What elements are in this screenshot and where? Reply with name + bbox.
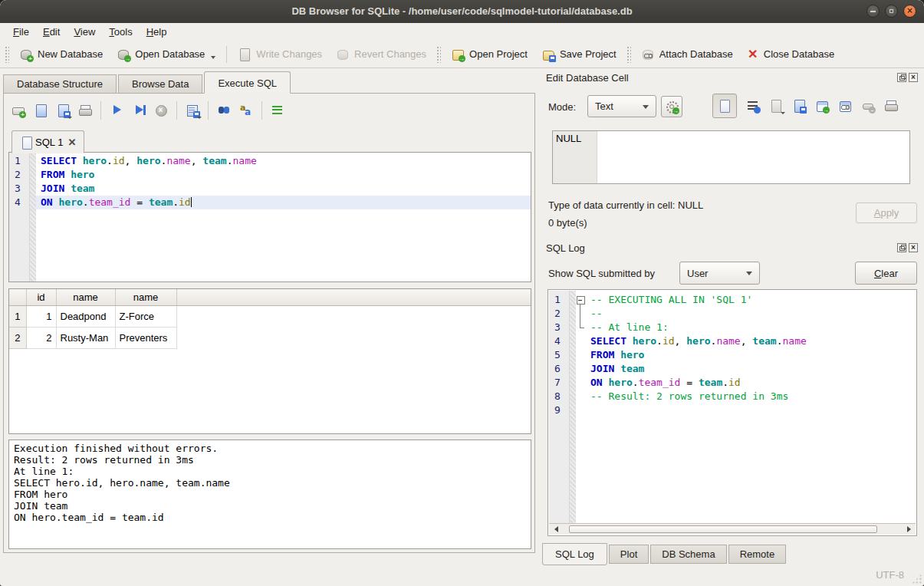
open-project-button[interactable]: Open Project: [444, 44, 534, 64]
toolbar-separator: [226, 46, 227, 63]
log-filter-label: Show SQL submitted by: [548, 268, 655, 279]
clear-log-button[interactable]: Clear: [855, 262, 917, 285]
tab-db-schema[interactable]: DB Schema: [650, 545, 726, 564]
attach-database-button[interactable]: Attach Database: [634, 44, 740, 64]
window-title: DB Browser for SQLite - /home/user/code/…: [291, 5, 632, 17]
tab-execute-sql[interactable]: Execute SQL: [204, 71, 291, 94]
log-filter-combobox[interactable]: User: [679, 262, 760, 285]
find-replace-icon[interactable]: [239, 104, 253, 117]
find-icon[interactable]: [217, 104, 231, 117]
execution-message[interactable]: Execution finished without errors. Resul…: [8, 440, 531, 549]
toolbar-drag-handle[interactable]: [5, 46, 9, 63]
main-tab-bar: Database Structure Browse Data Execute S…: [3, 71, 292, 94]
cell-id[interactable]: 2: [26, 327, 56, 348]
save-project-button[interactable]: Save Project: [534, 44, 623, 64]
link-data-icon[interactable]: [838, 99, 852, 113]
mode-label: Mode:: [548, 101, 576, 113]
sql-log-view[interactable]: 1-- EXECUTING ALL IN 'SQL 1'2--3-- At li…: [547, 289, 917, 536]
close-tab-icon[interactable]: [67, 137, 76, 148]
sql-editor-tab[interactable]: SQL 1: [12, 130, 84, 153]
close-dock-icon[interactable]: [909, 73, 918, 82]
print-cell-icon[interactable]: [884, 99, 898, 113]
code-line: 1SELECT hero.id, hero.name, team.name: [9, 154, 531, 168]
close-database-button[interactable]: ✕ Close Database: [740, 44, 842, 64]
save-sql-file-icon[interactable]: [56, 104, 70, 117]
maximize-button[interactable]: [885, 5, 898, 18]
cell-team-name[interactable]: Z-Force: [115, 305, 176, 327]
menu-help[interactable]: Help: [140, 25, 174, 39]
format-sql-icon[interactable]: [271, 104, 284, 117]
write-changes-icon: [238, 48, 252, 61]
export-data-icon[interactable]: [815, 99, 829, 113]
code-line: 2FROM hero: [9, 168, 531, 182]
tab-database-structure[interactable]: Database Structure: [3, 74, 117, 94]
code-line: 3-- At line 1:: [549, 321, 916, 334]
results-header-id[interactable]: id: [26, 289, 56, 305]
bottom-dock-tabs: SQL Log Plot DB Schema Remote: [542, 543, 788, 565]
tab-plot[interactable]: Plot: [609, 545, 649, 564]
sql-toolbar: [12, 100, 284, 120]
word-wrap-icon[interactable]: [746, 99, 760, 113]
write-changes-button: Write Changes: [231, 44, 329, 64]
import-data-icon[interactable]: [792, 99, 806, 113]
row-header[interactable]: 2: [9, 327, 26, 348]
cell-id[interactable]: 1: [26, 305, 56, 327]
sql-log-content[interactable]: 1-- EXECUTING ALL IN 'SQL 1'2--3-- At li…: [549, 291, 916, 523]
code-line: 8-- Result: 2 rows returned in 3ms: [549, 390, 916, 403]
results-header-filler: [176, 289, 531, 305]
mode-combobox[interactable]: Text: [587, 95, 656, 117]
tab-browse-data[interactable]: Browse Data: [118, 74, 202, 94]
cell-hero-name[interactable]: Rusty-Man: [56, 327, 115, 348]
execute-line-icon[interactable]: [132, 104, 146, 117]
fold-collapse-icon[interactable]: [576, 293, 586, 307]
auto-apply-button[interactable]: [661, 96, 682, 117]
menu-tools[interactable]: Tools: [102, 25, 139, 39]
float-dock-icon[interactable]: [897, 73, 906, 82]
open-database-button[interactable]: Open Database: [110, 44, 222, 64]
tab-remote[interactable]: Remote: [728, 545, 787, 564]
open-database-dropdown-icon[interactable]: [211, 56, 215, 59]
title-bar[interactable]: DB Browser for SQLite - /home/user/code/…: [0, 0, 924, 23]
toolbar-separator: [176, 101, 177, 120]
menu-file[interactable]: File: [6, 25, 36, 39]
scrollbar-thumb[interactable]: [569, 525, 877, 533]
edit-cell-dock-title: Edit Database Cell: [546, 72, 629, 84]
text-mode-button[interactable]: [712, 94, 737, 118]
scroll-right-icon[interactable]: [903, 525, 914, 534]
results-header-name1[interactable]: name: [56, 289, 115, 305]
new-database-icon: [19, 48, 33, 61]
resize-grip[interactable]: [912, 574, 922, 584]
print-icon[interactable]: [78, 104, 92, 117]
app-window: DB Browser for SQLite - /home/user/code/…: [0, 0, 924, 586]
toolbar-drag-handle[interactable]: [436, 46, 441, 63]
execute-all-icon[interactable]: [110, 104, 123, 117]
toolbar-drag-handle[interactable]: [626, 46, 631, 63]
cell-team-name[interactable]: Preventers: [115, 327, 176, 348]
menu-view[interactable]: View: [67, 25, 102, 39]
minimize-button[interactable]: [866, 5, 880, 18]
close-button[interactable]: [903, 5, 916, 18]
cell-type-text: Type of data currently in cell: NULL: [548, 199, 703, 211]
sql-editor[interactable]: 1SELECT hero.id, hero.name, team.name2FR…: [8, 152, 531, 282]
open-sql-file-icon[interactable]: [34, 104, 48, 117]
tab-sql-log[interactable]: SQL Log: [542, 543, 607, 565]
new-database-button[interactable]: New Database: [12, 44, 110, 64]
results-grid[interactable]: id name name 1 1 Deadpond Z-Force 2 2 Ru…: [8, 288, 531, 434]
results-header-name2[interactable]: name: [115, 289, 176, 305]
splitter-handle[interactable]: [8, 282, 531, 288]
menu-edit[interactable]: Edit: [36, 25, 67, 39]
row-header[interactable]: 1: [9, 305, 26, 327]
cell-editor[interactable]: NULL: [552, 130, 910, 184]
toolbar-separator: [208, 101, 209, 120]
export-results-icon[interactable]: [186, 104, 199, 117]
results-corner-header[interactable]: [9, 289, 26, 305]
dock-splitter-handle[interactable]: [713, 232, 744, 238]
float-dock-icon[interactable]: [897, 243, 906, 252]
new-sql-tab-icon[interactable]: [12, 104, 25, 117]
splitter-handle[interactable]: [8, 434, 531, 440]
close-dock-icon[interactable]: [909, 243, 918, 252]
horizontal-scrollbar[interactable]: [549, 523, 916, 535]
cell-hero-name[interactable]: Deadpond: [56, 305, 115, 327]
scroll-left-icon[interactable]: [551, 525, 561, 534]
code-line: 4ON hero.team_id = team.id: [9, 196, 531, 209]
